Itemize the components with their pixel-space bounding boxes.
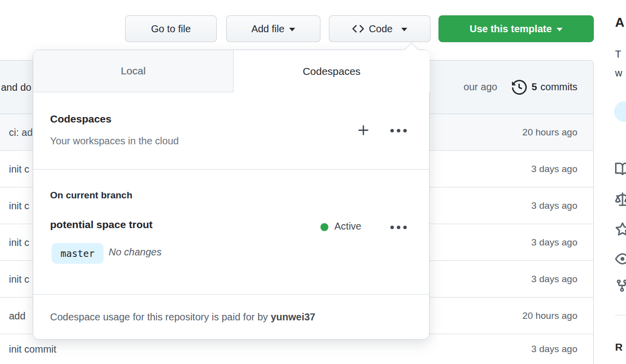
- star-icon: [615, 222, 626, 237]
- code-icon: [352, 23, 364, 35]
- commit-message-link[interactable]: ci: ad: [9, 126, 33, 138]
- codespace-usage-footer: Codespace usage for this repository is p…: [50, 311, 315, 323]
- usage-footer-text: Codespace usage for this repository is p…: [50, 311, 268, 322]
- commit-message-link[interactable]: init c: [9, 237, 29, 248]
- law-icon: [615, 192, 626, 207]
- commit-message-link[interactable]: init c: [9, 200, 29, 211]
- section-divider: [33, 169, 429, 170]
- row-timestamp: 3 days ago: [531, 274, 577, 285]
- about-description-line2: w: [615, 67, 622, 79]
- codespace-name[interactable]: potential space trout: [50, 219, 153, 231]
- tab-codespaces[interactable]: Codespaces: [234, 50, 430, 92]
- commit-message-link[interactable]: add: [9, 310, 25, 321]
- tab-local[interactable]: Local: [33, 50, 234, 92]
- row-timestamp: 3 days ago: [531, 344, 577, 355]
- commits-count[interactable]: 5: [531, 81, 537, 93]
- add-file-button[interactable]: Add file: [226, 15, 320, 42]
- on-current-branch-label: On current branch: [50, 190, 132, 201]
- github-repo-page: and do our ago 5 commits ci: ad 20 hours…: [0, 0, 626, 364]
- history-icon: [512, 80, 527, 95]
- section-divider: [33, 294, 429, 295]
- branch-badge: master: [52, 243, 104, 264]
- codespace-status: Active: [334, 221, 361, 232]
- go-to-file-label: Go to file: [151, 23, 190, 35]
- changes-status: No changes: [109, 246, 162, 258]
- commit-bar-right: our ago 5 commits: [464, 61, 577, 114]
- about-description-line1: T: [615, 49, 621, 60]
- usage-footer-owner: yunwei37: [271, 311, 315, 322]
- kebab-icon: [390, 129, 394, 132]
- book-icon: [615, 162, 626, 177]
- commit-message-link[interactable]: init c: [9, 163, 29, 175]
- topic-tag[interactable]: [614, 101, 626, 122]
- latest-commit-time-fragment: our ago: [464, 81, 498, 93]
- code-label: Code: [369, 23, 393, 35]
- repo-sidebar: A T w R: [594, 0, 626, 364]
- use-this-template-label: Use this template: [470, 23, 552, 35]
- chevron-down-icon: [401, 28, 407, 31]
- code-button[interactable]: Code: [329, 15, 431, 42]
- sidebar-divider: [615, 315, 626, 315]
- row-timestamp: 3 days ago: [531, 237, 577, 248]
- codespace-options-button[interactable]: [387, 216, 409, 238]
- chevron-down-icon: [289, 28, 295, 31]
- releases-heading-fragment: R: [615, 341, 623, 353]
- repo-forked-icon: [615, 279, 626, 294]
- plus-icon: [357, 123, 371, 137]
- commits-label[interactable]: commits: [541, 81, 577, 93]
- codespaces-title: Codespaces: [50, 113, 112, 125]
- use-this-template-button[interactable]: Use this template: [438, 15, 594, 42]
- codespaces-options-button[interactable]: [387, 120, 409, 141]
- commit-message-link[interactable]: init commit: [9, 344, 57, 355]
- go-to-file-button[interactable]: Go to file: [125, 15, 217, 42]
- about-heading-fragment: A: [615, 15, 625, 30]
- kebab-icon: [390, 226, 394, 229]
- code-dropdown-panel: Local Codespaces Codespaces Your workspa…: [33, 50, 430, 340]
- tab-codespaces-label: Codespaces: [303, 65, 361, 77]
- row-timestamp: 20 hours ago: [522, 310, 577, 321]
- latest-commit-message-fragment[interactable]: and do: [1, 81, 31, 93]
- add-file-label: Add file: [251, 23, 285, 35]
- tab-local-label: Local: [121, 65, 145, 77]
- commit-message-link[interactable]: init c: [9, 273, 29, 285]
- new-codespace-button[interactable]: [353, 120, 375, 141]
- row-timestamp: 3 days ago: [531, 200, 577, 211]
- chevron-down-icon: [557, 28, 563, 31]
- eye-icon: [615, 251, 626, 266]
- row-timestamp: 20 hours ago: [522, 127, 577, 138]
- row-timestamp: 3 days ago: [531, 164, 577, 175]
- codespaces-subtitle: Your workspaces in the cloud: [50, 135, 179, 147]
- active-status-dot-icon: [320, 223, 328, 231]
